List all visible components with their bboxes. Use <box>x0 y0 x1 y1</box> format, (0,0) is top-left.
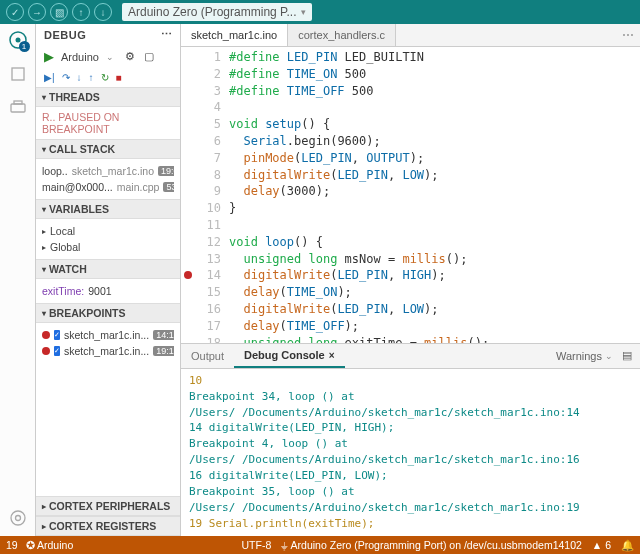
top-toolbar: ✓ → ▧ ↑ ↓ Arduino Zero (Programming P...… <box>0 0 640 24</box>
bell-icon[interactable]: 🔔 <box>621 539 634 552</box>
breakpoints-header[interactable]: ▾BREAKPOINTS <box>36 303 180 323</box>
console-line: Breakpoint 34, loop () at <box>189 389 632 405</box>
status-left-num: 19 <box>6 539 18 551</box>
svg-point-5 <box>11 511 25 525</box>
stack-frame[interactable]: main@0x000... main.cpp53:0 <box>42 179 174 195</box>
step-over-icon[interactable]: ↷ <box>62 72 70 83</box>
console-toggle-icon[interactable]: ▢ <box>144 50 154 63</box>
status-bar: 19 ✪ Arduino UTF-8 ⏚ Arduino Zero (Progr… <box>0 536 640 554</box>
stack-frame[interactable]: loop.. sketch_mar1c.ino19:0 <box>42 163 174 179</box>
watch-entry[interactable]: exitTime: 9001 <box>42 283 174 299</box>
svg-rect-2 <box>12 68 24 80</box>
library-activity-icon[interactable] <box>8 98 28 118</box>
threads-header[interactable]: ▾THREADS <box>36 87 180 107</box>
console-line: Breakpoint 4, loop () at <box>189 436 632 452</box>
console-line: /Users/ /Documents/Arduino/sketch_mar1c/… <box>189 500 632 516</box>
status-target[interactable]: ✪ Arduino <box>26 539 74 551</box>
console-line: 16 digitalWrite(LED_PIN, LOW); <box>189 468 632 484</box>
tab-debug-console[interactable]: Debug Console× <box>234 344 345 368</box>
chevron-down-icon: ▾ <box>301 7 306 17</box>
svg-point-6 <box>15 516 20 521</box>
board-selector[interactable]: Arduino Zero (Programming P... ▾ <box>122 3 312 21</box>
console-line: /Users/ /Documents/Arduino/sketch_mar1c/… <box>189 452 632 468</box>
close-icon[interactable]: × <box>329 350 335 361</box>
thread-state: R.. PAUSED ON BREAKPOINT <box>42 111 174 135</box>
console-line: Breakpoint 35, loop () at <box>189 484 632 500</box>
verify-icon[interactable]: ✓ <box>6 3 24 21</box>
callstack-header[interactable]: ▾CALL STACK <box>36 139 180 159</box>
variables-header[interactable]: ▾VARIABLES <box>36 199 180 219</box>
breakpoint-item[interactable]: ✓sketch_mar1c.in...19:1 <box>42 343 174 359</box>
tab-output[interactable]: Output <box>181 345 234 367</box>
editor-tab[interactable]: sketch_mar1c.ino <box>181 24 288 46</box>
more-icon[interactable]: ⋯ <box>161 28 173 41</box>
boards-activity-icon[interactable] <box>8 64 28 84</box>
breakpoint-item[interactable]: ✓sketch_mar1c.in...14:1 <box>42 327 174 343</box>
new-icon[interactable]: ▧ <box>50 3 68 21</box>
status-encoding[interactable]: UTF-8 <box>242 539 272 551</box>
stop-icon[interactable]: ■ <box>116 72 122 83</box>
console-line: 19 Serial.println(exitTime); <box>189 516 632 532</box>
status-notif[interactable]: ▲ 6 <box>592 539 611 551</box>
console-line: /Users/ /Documents/Arduino/sketch_mar1c/… <box>189 405 632 421</box>
debug-console[interactable]: 10Breakpoint 34, loop () at/Users/ /Docu… <box>181 369 640 536</box>
svg-rect-3 <box>11 104 25 112</box>
console-line: 14 digitalWrite(LED_PIN, HIGH); <box>189 420 632 436</box>
cortex-periph-header[interactable]: ▸CORTEX PERIPHERALS <box>36 496 180 516</box>
debug-config[interactable]: Arduino <box>61 51 99 63</box>
watch-header[interactable]: ▾WATCH <box>36 259 180 279</box>
board-name: Arduino Zero (Programming P... <box>128 5 297 19</box>
code-editor[interactable]: 1#define LED_PIN LED_BUILTIN2#define TIM… <box>181 47 640 343</box>
start-debug-icon[interactable]: ▶ <box>44 49 54 64</box>
upload-icon[interactable]: → <box>28 3 46 21</box>
debug-title: DEBUG <box>44 29 86 41</box>
gear-icon[interactable]: ⚙ <box>125 50 135 63</box>
editor-area: sketch_mar1c.inocortex_handlers.c ⋯ 1#de… <box>181 24 640 536</box>
variable-scope[interactable]: ▸ Global <box>42 239 174 255</box>
open-icon[interactable]: ↑ <box>72 3 90 21</box>
debug-activity-icon[interactable]: 1 <box>8 30 28 50</box>
editor-tabs: sketch_mar1c.inocortex_handlers.c ⋯ <box>181 24 640 47</box>
debug-badge: 1 <box>19 41 30 52</box>
tab-overflow-icon[interactable]: ⋯ <box>622 28 634 42</box>
status-port[interactable]: ⏚ Arduino Zero (Programming Port) on /de… <box>281 539 582 551</box>
save-icon[interactable]: ↓ <box>94 3 112 21</box>
step-into-icon[interactable]: ↓ <box>77 72 82 83</box>
activity-bar: 1 <box>0 24 36 536</box>
editor-tab[interactable]: cortex_handlers.c <box>288 24 396 46</box>
chevron-down-icon[interactable]: ⌄ <box>106 52 114 62</box>
continue-icon[interactable]: ▶| <box>44 72 55 83</box>
debug-panel: DEBUG ⋯ ▶ Arduino ⌄ ⚙ ▢ ▶| ↷ ↓ ↑ ↻ ■ ▾TH… <box>36 24 181 536</box>
cortex-reg-header[interactable]: ▸CORTEX REGISTERS <box>36 516 180 536</box>
settings-gear-icon[interactable] <box>8 508 28 528</box>
svg-point-1 <box>15 38 20 43</box>
variable-scope[interactable]: ▸ Local <box>42 223 174 239</box>
svg-rect-4 <box>14 101 22 104</box>
console-line: 10 <box>189 373 632 389</box>
warnings-dropdown[interactable]: Warnings⌄ ▤ <box>556 349 632 362</box>
step-out-icon[interactable]: ↑ <box>89 72 94 83</box>
clear-console-icon[interactable]: ▤ <box>622 349 632 362</box>
restart-icon[interactable]: ↻ <box>101 72 109 83</box>
